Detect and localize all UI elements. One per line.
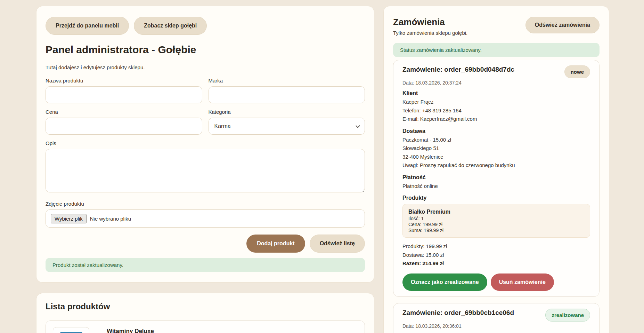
order-card: Zamówienie: order_69bb0d048d7dc nowe Dat… [393,60,600,297]
delivery-street: Słowackiego 51 [402,144,590,153]
order-card: Zamówienie: order_69bb0cb1ce06d zrealizo… [393,303,600,333]
page-title: Panel administratora - Gołębie [46,44,365,55]
client-heading: Klient [402,90,590,96]
price-input[interactable] [46,118,202,135]
order-total-sum: Razem: 214.99 zł [402,259,590,268]
order-date: Data: 18.03.2026, 20:37:24 [402,80,590,86]
refresh-orders-button[interactable]: Odśwież zamówienia [525,17,600,33]
refresh-list-button[interactable]: Odśwież listę [310,235,365,253]
client-phone: Telefon: +48 319 285 164 [402,106,590,115]
product-name-field-group: Nazwa produktu [46,78,202,103]
right-column: Zamówienia Tylko zamówienia sklepu gołęb… [383,6,609,333]
page-layout: Przejdź do panelu mebli Zobacz sklep goł… [0,0,644,333]
product-list-item: Witaminy Deluxe [46,320,365,333]
admin-panel-card: Przejdź do panelu mebli Zobacz sklep goł… [36,6,374,283]
product-list-title: Lista produktów [46,302,365,311]
product-form: Nazwa produktu Marka Cena Kategoria Karm… [46,78,365,228]
product-image [60,332,82,333]
payment-heading: Płatność [402,174,590,181]
order-status-badge: zrealizowane [545,309,590,322]
order-product-sum: Suma: 199.99 zł [408,228,584,233]
order-head: Zamówienie: order_69bb0d048d7dc nowe [402,65,590,78]
brand-label: Marka [209,78,365,84]
order-title: Zamówienie: order_69bb0cb1ce06d [402,309,514,317]
add-product-button[interactable]: Dodaj produkt [246,235,305,253]
file-upload-button[interactable]: Wybierz plik [51,214,87,223]
product-name-input[interactable] [46,86,202,103]
order-title: Zamówienie: order_69bb0d048d7dc [402,65,514,74]
product-success-alert: Produkt został zaktualizowany. [46,258,365,272]
category-field-group: Kategoria Karma [209,109,365,135]
nav-row: Przejdź do panelu mebli Zobacz sklep goł… [46,17,365,35]
delivery-notes: Uwagi: Proszę zapukać do czerwonego budy… [402,161,590,170]
orders-header-text: Zamówienia Tylko zamówienia sklepu gołęb… [393,17,467,36]
payment-lines: Płatność online [402,182,590,191]
price-label: Cena [46,109,202,115]
order-total-delivery: Dostawa: 15.00 zł [402,251,590,260]
orders-title: Zamówienia [393,17,467,27]
order-total-products: Produkty: 199.99 zł [402,242,590,251]
product-name-label: Nazwa produktu [46,78,202,84]
description-textarea[interactable] [46,149,365,192]
category-select-wrap: Karma [209,118,365,135]
nav-button-view-pigeon-shop[interactable]: Zobacz sklep gołębi [134,17,207,35]
order-status-badge: nowe [564,65,590,78]
order-product-price: Cena: 199.99 zł [408,222,584,227]
delivery-city: 32-400 Myślenice [402,153,590,161]
page-subtitle: Tutaj dodajesz i edytujesz produkty skle… [46,64,365,70]
left-column: Przejdź do panelu mebli Zobacz sklep goł… [36,6,374,333]
payment-method: Płatność online [402,182,590,191]
nav-button-furniture-panel[interactable]: Przejdź do panelu mebli [46,17,129,35]
client-lines: Kacper Frącz Telefon: +48 319 285 164 E-… [402,98,590,124]
description-label: Opis [46,140,365,146]
product-thumbnail [53,327,89,333]
mark-complete-button[interactable]: Oznacz jako zrealizowane [402,273,487,291]
image-field-group: Zdjęcie produktu Wybierz plik Nie wybran… [46,201,365,228]
orders-subtitle: Tylko zamówienia sklepu gołębi. [393,30,467,36]
brand-field-group: Marka [209,78,365,103]
delivery-lines: Paczkomat - 15.00 zł Słowackiego 51 32-4… [402,136,590,170]
order-product-name: Białko Premium [408,208,584,215]
brand-input[interactable] [209,86,365,103]
client-name: Kacper Frącz [402,98,590,106]
price-field-group: Cena [46,109,202,135]
file-upload-status: Nie wybrano pliku [90,216,131,222]
delivery-method: Paczkomat - 15.00 zł [402,136,590,144]
order-product-box: Białko Premium Ilość: 1 Cena: 199.99 zł … [402,204,590,238]
client-email: E-mail: Kacperfracz@gmail.com [402,115,590,124]
orders-header: Zamówienia Tylko zamówienia sklepu gołęb… [393,17,600,36]
description-field-group: Opis [46,140,365,192]
form-actions-row: Dodaj produkt Odśwież listę [46,235,365,253]
order-actions: Oznacz jako zrealizowane Usuń zamówienie [402,273,590,291]
image-label: Zdjęcie produktu [46,201,365,207]
order-date: Data: 18.03.2026, 20:36:01 [402,323,590,329]
order-product-qty: Ilość: 1 [408,216,584,221]
category-label: Kategoria [209,109,365,115]
delete-order-button[interactable]: Usuń zamówienie [491,273,554,291]
order-status-alert: Status zamówienia zaktualizowany. [393,43,600,57]
category-select[interactable]: Karma [209,118,365,135]
product-list-card: Lista produktów Witaminy Deluxe [36,293,374,333]
delivery-heading: Dostawa [402,128,590,134]
file-input-box: Wybierz plik Nie wybrano pliku [46,209,365,228]
order-products-heading: Produkty [402,195,590,201]
order-totals: Produkty: 199.99 zł Dostawa: 15.00 zł Ra… [402,242,590,268]
product-item-name: Witaminy Deluxe [107,328,154,333]
order-head: Zamówienie: order_69bb0cb1ce06d zrealizo… [402,309,590,322]
orders-panel-card: Zamówienia Tylko zamówienia sklepu gołęb… [383,6,609,333]
